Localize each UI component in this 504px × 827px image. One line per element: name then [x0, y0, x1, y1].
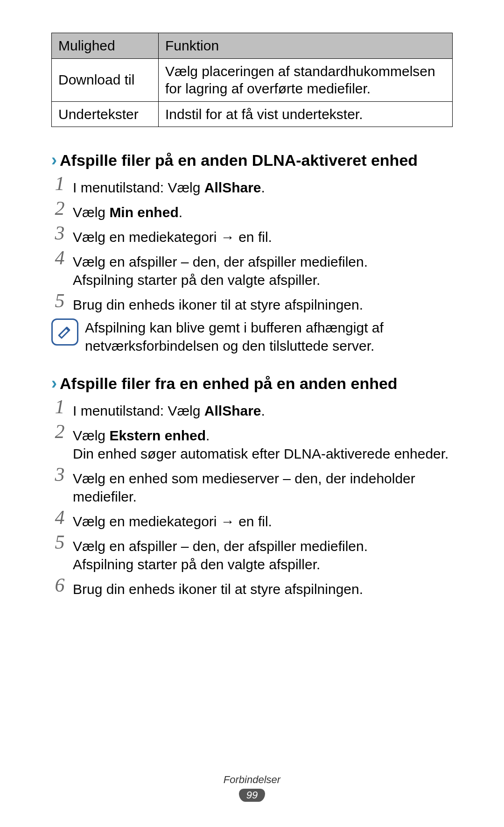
- step-text: Vælg en afspiller – den, der afspiller m…: [73, 254, 368, 269]
- step-item: Brug din enheds ikoner til at styre afsp…: [51, 578, 453, 600]
- chevron-icon: ›: [51, 150, 57, 170]
- step-text: Brug din enheds ikoner til at styre afsp…: [73, 581, 363, 597]
- step-item: Vælg en afspiller – den, der afspiller m…: [51, 535, 453, 575]
- options-table: Mulighed Funktion Download til Vælg plac…: [51, 33, 453, 127]
- th-option: Mulighed: [52, 33, 159, 59]
- note-text: Afspilning kan blive gemt i bufferen afh…: [85, 318, 453, 355]
- steps-list-2: I menutilstand: Vælg AllShare. Vælg Ekst…: [51, 400, 453, 600]
- step-bold: AllShare: [204, 403, 261, 418]
- step-bold: Min enhed: [109, 205, 178, 220]
- step-item: I menutilstand: Vælg AllShare.: [51, 177, 453, 198]
- pencil-square-icon: [51, 318, 78, 346]
- step-item: Brug din enheds ikoner til at styre afsp…: [51, 294, 453, 316]
- page: Mulighed Funktion Download til Vælg plac…: [0, 0, 504, 827]
- step-text: .: [261, 180, 265, 195]
- step-text: Afspilning starter på den valgte afspill…: [73, 557, 320, 572]
- chevron-icon: ›: [51, 374, 57, 393]
- table-row: Download til Vælg placeringen af standar…: [52, 58, 453, 101]
- step-text: Vælg en afspiller – den, der afspiller m…: [73, 538, 368, 554]
- step-text: I menutilstand: Vælg: [73, 180, 204, 195]
- cell-function: Indstil for at få vist undertekster.: [159, 101, 453, 127]
- step-item: I menutilstand: Vælg AllShare.: [51, 400, 453, 422]
- step-bold: AllShare: [204, 180, 261, 195]
- section-title-text: Afspille filer på en anden DLNA-aktivere…: [60, 151, 418, 170]
- th-function: Funktion: [159, 33, 453, 59]
- page-footer: Forbindelser 99: [0, 774, 504, 802]
- note: Afspilning kan blive gemt i bufferen afh…: [51, 318, 453, 355]
- cell-option: Undertekster: [52, 101, 159, 127]
- step-text: Vælg en enhed som medieserver – den, der…: [73, 471, 415, 504]
- step-text: Vælg en mediekategori → en fil.: [73, 229, 272, 245]
- step-bold: Ekstern enhed: [109, 428, 206, 443]
- step-text: Brug din enheds ikoner til at styre afsp…: [73, 297, 363, 312]
- step-item: Vælg Min enhed.: [51, 201, 453, 223]
- section-heading-other-device: › Afspille filer fra en enhed på en ande…: [51, 374, 453, 393]
- step-text: .: [261, 403, 265, 418]
- table-row: Undertekster Indstil for at få vist unde…: [52, 101, 453, 127]
- step-text: I menutilstand: Vælg: [73, 403, 204, 418]
- step-text: Vælg: [73, 205, 109, 220]
- step-text: Din enhed søger automatisk efter DLNA-ak…: [73, 446, 448, 461]
- step-text: Vælg en mediekategori → en fil.: [73, 514, 272, 529]
- cell-function: Vælg placeringen af standardhukommelsen …: [159, 58, 453, 101]
- section-title-text: Afspille filer fra en enhed på en anden …: [60, 375, 398, 393]
- step-text: Vælg: [73, 428, 109, 443]
- step-item: Vælg en enhed som medieserver – den, der…: [51, 467, 453, 508]
- step-item: Vælg en mediekategori → en fil.: [51, 226, 453, 248]
- steps-list-1: I menutilstand: Vælg AllShare. Vælg Min …: [51, 177, 453, 316]
- page-number: 99: [239, 789, 265, 802]
- footer-section-label: Forbindelser: [0, 774, 504, 786]
- section-heading-dlna: › Afspille filer på en anden DLNA-aktive…: [51, 150, 453, 170]
- step-text: .: [179, 205, 182, 220]
- step-text: Afspilning starter på den valgte afspill…: [73, 272, 320, 288]
- step-item: Vælg en afspiller – den, der afspiller m…: [51, 251, 453, 291]
- cell-option: Download til: [52, 58, 159, 101]
- step-item: Vælg Ekstern enhed. Din enhed søger auto…: [51, 424, 453, 465]
- step-item: Vælg en mediekategori → en fil.: [51, 510, 453, 532]
- step-text: .: [206, 428, 210, 443]
